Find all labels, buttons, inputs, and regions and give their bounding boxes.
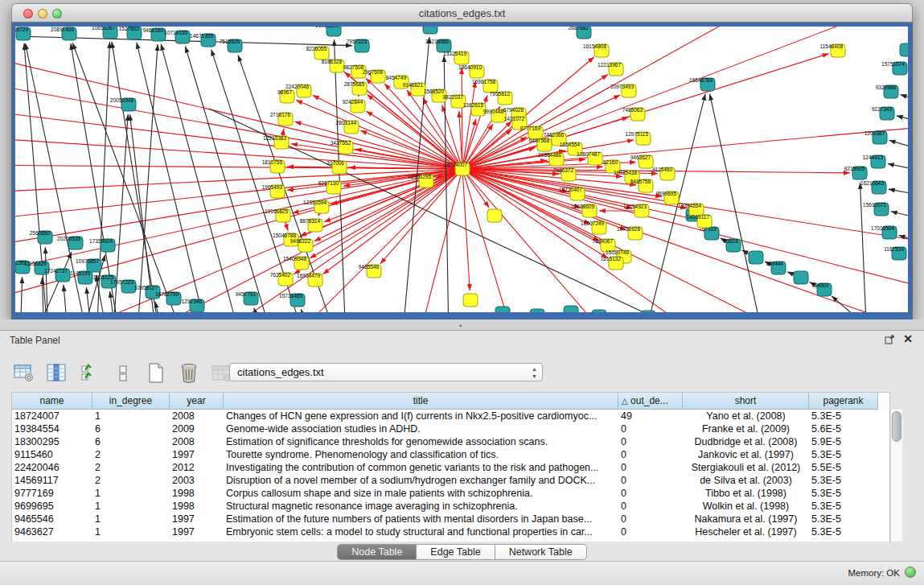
graph-edge[interactable] [888,163,908,173]
table-cell[interactable]: 0 [618,525,683,538]
column-header-out_de[interactable]: △ out_de... [618,393,683,410]
table-row[interactable]: 1456911722003Disruption of a novel membe… [12,474,889,487]
table-cell[interactable]: 1 [92,500,170,513]
graph-edge[interactable] [462,169,908,312]
graph-edge[interactable] [710,94,764,312]
table-cell[interactable]: 0 [618,487,683,500]
table-cell[interactable]: 1997 [170,513,224,525]
table-cell[interactable]: Structural magnetic resonance image aver… [224,500,618,513]
table-cell[interactable]: 5.3E-5 [809,500,878,513]
table-cell[interactable]: 1 [92,525,170,538]
graph-edge[interactable] [86,287,92,312]
graph-node[interactable] [423,27,437,34]
table-cell[interactable]: 1997 [170,448,224,461]
table-cell[interactable]: 0 [618,461,683,474]
graph-edge[interactable] [155,302,165,312]
graph-edge[interactable] [15,109,462,169]
graph-edge[interactable] [462,169,515,312]
graph-edge[interactable] [161,44,241,312]
row-height-icon[interactable] [112,362,134,385]
table-cell[interactable]: Embryonic stem cells: a model to study s… [224,525,618,538]
graph-edge[interactable] [462,169,470,290]
table-cell[interactable]: 2012 [170,461,224,474]
table-cell[interactable]: 1 [92,487,170,500]
column-header-short[interactable]: short [683,393,809,410]
table-row[interactable]: 946554611997Estimation of the future num… [12,513,889,525]
graph-edge[interactable] [462,169,611,312]
graph-edge[interactable] [137,44,158,312]
graph-edge[interactable] [112,42,161,312]
table-cell[interactable]: 5.9E-5 [809,435,878,448]
table-cell[interactable]: Jankovic et al. (1997) [683,448,809,461]
table-mode-icon[interactable] [13,362,35,385]
tab-network-table[interactable]: Network Table [495,544,587,560]
graph-node[interactable] [641,311,655,312]
graph-edge[interactable] [20,277,23,312]
tab-node-table[interactable]: Node Table [337,544,417,560]
table-cell[interactable]: 0 [618,435,683,448]
table-row[interactable]: 977716911998Corpus callosum shape and si… [12,487,889,500]
table-cell[interactable]: 1998 [170,500,224,513]
table-cell[interactable]: 1998 [170,487,224,500]
table-cell[interactable]: 5.6E-5 [809,422,878,435]
table-row[interactable]: 2242004622012Investigating the contribut… [12,461,889,474]
table-cell[interactable]: 14569117 [12,474,92,487]
graph-node[interactable] [592,310,606,312]
table-row[interactable]: 1938455462009Genome-wide association stu… [12,422,889,435]
graph-edge[interactable] [323,169,462,274]
graph-edge[interactable] [900,95,908,105]
table-cell[interactable]: Franke et al. (2009) [683,422,809,435]
table-cell[interactable]: Estimation of significance thresholds fo… [224,435,618,448]
close-panel-icon[interactable]: ✕ [903,334,913,344]
table-cell[interactable]: 0 [618,422,683,435]
tab-edge-table[interactable]: Edge Table [417,544,495,560]
table-cell[interactable]: Dudbridge et al. (2008) [683,435,809,448]
table-cell[interactable]: 2 [92,448,170,461]
panel-sash[interactable]: ▴ [0,319,924,330]
table-row[interactable]: 946362711997Embryonic stem cells: a mode… [12,525,889,538]
graph-node[interactable] [487,209,502,222]
table-cell[interactable]: 5.3E-5 [809,448,878,461]
delete-columns-icon[interactable] [178,362,200,385]
table-cell[interactable]: 1 [92,410,170,422]
table-cell[interactable]: 2008 [170,435,224,448]
table-cell[interactable]: 2008 [170,410,224,422]
graph-node[interactable] [900,43,908,56]
table-cell[interactable]: 0 [618,500,683,513]
table-cell[interactable]: 9463627 [12,525,92,538]
graph-node[interactable] [749,251,763,264]
table-cell[interactable]: 2 [92,461,170,474]
table-cell[interactable]: 2 [92,474,170,487]
table-cell[interactable]: 6 [92,422,170,435]
table-cell[interactable]: 22420046 [12,461,92,474]
graph-edge[interactable] [15,169,462,193]
graph-node[interactable] [794,271,808,284]
graph-edge[interactable] [15,80,462,169]
table-row[interactable]: 969969511998Structural magnetic resonanc… [12,500,889,513]
table-cell[interactable]: 18724007 [12,410,92,422]
table-cell[interactable]: Wolkin et al. (1998) [683,500,809,513]
table-cell[interactable]: 5.3E-5 [809,474,878,487]
column-header-pagerank[interactable]: pagerank [809,393,878,410]
graph-edge[interactable] [418,169,462,312]
graph-node[interactable] [530,309,544,312]
table-cell[interactable]: Changes of HCN gene expression and I(f) … [224,410,618,422]
table-cell[interactable]: 5.3E-5 [809,410,878,422]
table-selector[interactable]: citations_edges.txt ▲▼ [229,363,543,381]
new-column-icon[interactable] [145,362,167,385]
table-cell[interactable]: Investigating the contribution of common… [224,461,618,474]
graph-edge[interactable] [891,212,908,221]
network-graph[interactable]: 1872400714055724208914061065326715276029… [15,27,908,312]
table-cell[interactable]: Yano et al. (2008) [683,410,809,422]
network-canvas[interactable]: 1872400714055724208914061065326715276029… [15,27,908,312]
table-cell[interactable]: 0 [618,474,683,487]
graph-edge[interactable] [423,97,462,169]
graph-edge[interactable] [899,235,908,245]
graph-edge[interactable] [15,165,462,169]
table-cell[interactable]: Estimation of the future numbers of pati… [224,513,618,525]
column-header-title[interactable]: title [224,393,618,410]
table-cell[interactable]: 5.3E-5 [809,513,878,525]
table-cell[interactable]: Stergiakouli et al. (2012) [683,461,809,474]
graph-edge[interactable] [45,247,48,312]
graph-node[interactable] [564,306,578,312]
